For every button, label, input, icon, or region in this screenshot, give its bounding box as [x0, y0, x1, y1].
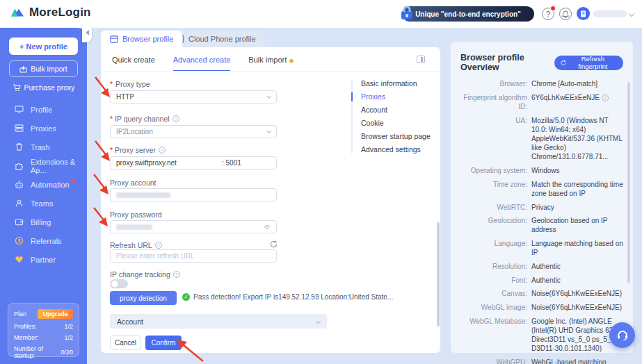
row-label: WebGPU: — [458, 358, 527, 364]
anchor-proxies[interactable]: Proxies — [361, 92, 431, 101]
row-value: Authentic — [531, 276, 623, 285]
info-icon[interactable]: ? — [172, 115, 179, 122]
trash-icon — [15, 142, 24, 151]
sidebar-collapse-toggle[interactable] — [82, 23, 92, 42]
sidebar-item-automation[interactable]: Automation — [0, 175, 87, 194]
bell-icon[interactable] — [559, 8, 572, 20]
proxy-server-text: Proxy server — [110, 146, 156, 154]
sidebar-item-proxies[interactable]: Proxies — [0, 119, 87, 138]
purchase-proxy-link[interactable]: Purchase proxy — [0, 83, 87, 92]
row-value: Windows — [531, 166, 623, 175]
row-label: Browser: — [458, 79, 527, 88]
encryption-badge-text: Unique "end-to-end encryption" — [415, 10, 521, 18]
sidebar-item-referrals[interactable]: $ Referrals — [0, 231, 87, 250]
profile-icon — [15, 105, 24, 114]
refresh-fingerprint-button[interactable]: Refresh fingerprint — [554, 56, 623, 70]
subtab-bulk-import[interactable]: Bulk import ◆ — [248, 56, 294, 72]
sidebar-item-trash[interactable]: Trash — [0, 138, 87, 156]
info-icon[interactable]: ? — [602, 94, 609, 101]
account-section-header[interactable]: Account — [110, 314, 327, 329]
anchor-cookie[interactable]: Cookie — [361, 119, 431, 127]
row-label: Font: — [458, 276, 527, 285]
sparkle-icon: ◆ — [289, 57, 294, 64]
refresh-url-input[interactable]: Please enter refresh URL — [110, 249, 277, 263]
refresh-url-placeholder: Please enter refresh URL — [116, 252, 195, 260]
info-icon[interactable]: ? — [173, 271, 180, 278]
overview-scrollbar[interactable] — [627, 82, 630, 283]
panel-collapse-icon[interactable] — [417, 56, 425, 63]
ip-change-tracking-label: IP change tracking ? — [110, 270, 180, 279]
annotation-arrow — [91, 172, 112, 197]
bulk-import-button[interactable]: Bulk import — [9, 60, 78, 77]
row-label: Time zone: — [458, 180, 527, 198]
refresh-icon[interactable] — [270, 240, 278, 248]
sidebar-item-partner[interactable]: Partner — [0, 250, 87, 269]
form-scrollbar[interactable] — [437, 222, 440, 326]
plan-label: Plan — [14, 311, 26, 317]
sidebar-item-label: Referrals — [31, 237, 62, 245]
row-value: Noise(6Y6qLhKwEExEeNJE) — [531, 303, 623, 312]
proxy-account-input[interactable] — [110, 188, 277, 201]
row-label: WebGL Metabase: — [458, 317, 527, 354]
subtab-advanced-create[interactable]: Advanced create — [173, 56, 231, 72]
info-icon[interactable]: ? — [155, 242, 162, 249]
sidebar-item-label: Extensions & Ap... — [31, 158, 87, 174]
avatar[interactable] — [577, 7, 590, 20]
refresh-url-label: Refresh URL ? — [110, 241, 162, 249]
overview-row: Canvas:Noise(6Y6qLhKwEExEeNJE) — [458, 289, 623, 298]
partner-icon — [15, 255, 24, 264]
plan-card: Plan Upgrade Profiles: 1/2 Member: 1/2 N… — [8, 303, 79, 357]
ip-query-channel-select[interactable]: IP2Location — [110, 125, 277, 138]
ip-change-tracking-text: IP change tracking — [110, 270, 170, 279]
overview-row: WebRTC:Privacy — [458, 203, 623, 212]
overview-row: Resolution:Authentic — [458, 262, 623, 271]
subtab-quick-create[interactable]: Quick create — [112, 56, 155, 72]
support-fab[interactable] — [609, 322, 635, 348]
subtab-bar: Quick create Advanced create Bulk import… — [112, 56, 294, 72]
proxy-password-input[interactable] — [110, 220, 277, 233]
anchor-basic-information[interactable]: Basic information — [361, 79, 431, 88]
overview-row: Browser:Chrome [Auto-match] — [458, 79, 623, 88]
tab-cloud-label: Cloud Phone profile — [188, 35, 256, 43]
proxy-server-input[interactable]: proxy.swiftproxy.net : 5001 — [110, 156, 277, 169]
encryption-badge: Unique "end-to-end encryption" — [402, 6, 534, 22]
startup-value: 0/20 — [61, 349, 73, 356]
referrals-icon: $ — [15, 236, 24, 245]
tab-browser-profile[interactable]: Browser profile — [101, 31, 182, 47]
ip-change-tracking-toggle[interactable] — [110, 279, 128, 288]
profiles-value: 1/2 — [64, 323, 73, 330]
overview-row: WebGL image:Noise(6Y6qLhKwEExEeNJE) — [458, 303, 623, 312]
member-value: 1/2 — [64, 334, 73, 341]
annotation-arrow — [91, 206, 112, 229]
sidebar-item-billing[interactable]: Billing — [0, 213, 87, 231]
new-profile-button[interactable]: + New profile — [9, 38, 78, 55]
sidebar-item-teams[interactable]: Teams — [0, 194, 87, 213]
anchor-account[interactable]: Account — [361, 106, 431, 114]
anchor-browser-startup-page[interactable]: Browser startup page — [361, 132, 431, 140]
proxy-type-select[interactable]: HTTP — [110, 90, 277, 104]
proxy-password-label: Proxy password — [110, 210, 162, 219]
section-anchor-nav: Basic information Proxies Account Cookie… — [351, 79, 431, 154]
teams-icon — [15, 199, 24, 208]
upgrade-button[interactable]: Upgrade — [38, 309, 73, 319]
refresh-url-text: Refresh URL — [110, 241, 152, 249]
overview-title: Browser profile Overview — [460, 53, 554, 72]
cancel-button[interactable]: Cancel — [110, 336, 141, 350]
overview-row: Operating system:Windows — [458, 166, 623, 175]
row-label: UA: — [458, 116, 527, 162]
chevron-down-icon[interactable] — [629, 11, 634, 17]
sidebar-item-label: Billing — [31, 218, 51, 226]
anchor-advanced-settings[interactable]: Advanced settings — [361, 145, 431, 154]
sidebar-item-extensions[interactable]: Extensions & Ap... — [0, 156, 87, 175]
row-value: Match the corresponding time zone based … — [531, 180, 623, 198]
sidebar-item-profile[interactable]: Profile — [0, 100, 87, 119]
lock-icon — [396, 3, 417, 24]
help-icon[interactable]: ? — [542, 8, 554, 20]
tab-cloud-phone-profile[interactable]: Cloud Phone profile — [169, 31, 265, 47]
row-label: WebGL image: — [458, 303, 527, 312]
eye-icon[interactable] — [264, 224, 271, 229]
info-icon[interactable]: ? — [159, 147, 166, 154]
row-label: Resolution: — [458, 262, 527, 271]
proxy-detection-button[interactable]: proxy detection — [110, 291, 177, 305]
row-value: Chrome [Auto-match] — [531, 79, 623, 88]
